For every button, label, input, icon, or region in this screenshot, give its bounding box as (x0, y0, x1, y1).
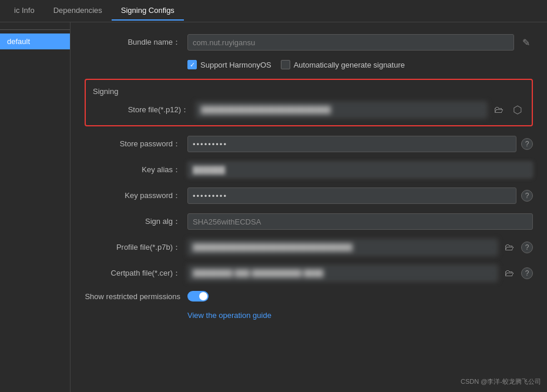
sign-alg-label: Sign alg： (85, 216, 187, 227)
store-password-input[interactable] (187, 136, 516, 152)
toggle-wrap (187, 291, 209, 301)
folder-icon-2: 🗁 (505, 242, 514, 253)
view-guide-row: View the operation guide (85, 311, 533, 320)
store-password-label: Store password： (85, 139, 187, 149)
bundle-name-label: Bundle name： (85, 37, 187, 48)
show-restricted-control (187, 291, 533, 301)
store-password-control: ? (187, 136, 533, 152)
show-restricted-toggle[interactable] (187, 291, 209, 301)
certpath-file-input[interactable] (187, 265, 498, 282)
fingerprint-button[interactable]: ⬡ (511, 103, 525, 117)
tab-signing-configs[interactable]: Signing Configs (112, 1, 184, 21)
fingerprint-icon: ⬡ (513, 103, 522, 116)
signing-section-label: Signing (93, 87, 525, 96)
profile-file-control: 🗁 ? (187, 239, 533, 256)
profile-file-row: Profile file(*.p7b)： 🗁 ? (85, 239, 533, 256)
view-guide-control: View the operation guide (187, 311, 533, 320)
checkboxes-row: ✓ Support HarmonyOS Automatically genera… (187, 60, 533, 69)
certpath-file-folder-button[interactable]: 🗁 (502, 266, 516, 280)
store-file-folder-button[interactable]: 🗁 (492, 103, 506, 117)
key-password-row: Key password： ? (85, 187, 533, 204)
profile-file-label: Profile file(*.p7b)： (85, 242, 187, 253)
support-harmonyos-check-box[interactable]: ✓ (187, 60, 197, 69)
certpath-file-help-button[interactable]: ? (521, 267, 533, 279)
sidebar-divider (0, 29, 70, 30)
content-area: Bundle name： ✎ ✓ Support HarmonyOS Autom… (71, 22, 547, 392)
key-alias-row: Key alias： (85, 162, 533, 178)
auto-signature-check-box[interactable] (281, 60, 290, 69)
tab-basic-info[interactable]: ic Info (5, 1, 44, 21)
key-password-help-button[interactable]: ? (521, 190, 533, 202)
auto-signature-checkbox[interactable]: Automatically generate signature (281, 60, 405, 69)
certpath-file-label: Certpath file(*.cer)： (85, 268, 187, 279)
profile-file-help-button[interactable]: ? (521, 242, 533, 253)
key-alias-label: Key alias： (85, 165, 187, 175)
key-password-control: ? (187, 187, 533, 204)
bundle-name-control: ✎ (187, 34, 533, 51)
folder-icon-3: 🗁 (505, 268, 514, 279)
show-restricted-row: Show restricted permissions (85, 291, 533, 301)
sign-alg-row: Sign alg： (85, 213, 533, 230)
tab-bar: ic Info Dependencies Signing Configs (0, 0, 547, 22)
key-password-input[interactable] (187, 187, 516, 204)
certpath-file-control: 🗁 ? (187, 265, 533, 282)
tab-dependencies[interactable]: Dependencies (44, 1, 112, 21)
show-restricted-label: Show restricted permissions (85, 292, 187, 301)
edit-icon: ✎ (522, 37, 530, 48)
certpath-file-row: Certpath file(*.cer)： 🗁 ? (85, 265, 533, 282)
bundle-name-edit-button[interactable]: ✎ (519, 35, 533, 49)
key-alias-input[interactable] (187, 162, 533, 178)
store-file-input[interactable] (196, 102, 487, 118)
store-file-row: Store file(*.p12)： 🗁 ⬡ (93, 102, 525, 118)
support-harmonyos-checkbox[interactable]: ✓ Support HarmonyOS (187, 60, 271, 69)
view-guide-link[interactable]: View the operation guide (187, 311, 271, 320)
folder-icon: 🗁 (494, 105, 504, 115)
key-password-label: Key password： (85, 190, 187, 201)
sidebar: default (0, 22, 71, 392)
store-password-row: Store password： ? (85, 136, 533, 152)
profile-file-input[interactable] (187, 239, 498, 256)
auto-signature-label: Automatically generate signature (294, 61, 405, 69)
toggle-knob (199, 292, 207, 300)
sign-alg-input[interactable] (187, 213, 533, 230)
profile-file-folder-button[interactable]: 🗁 (502, 240, 516, 254)
main-layout: default Bundle name： ✎ ✓ Support Harmony… (0, 22, 547, 392)
check-icon: ✓ (190, 61, 195, 69)
bundle-name-input[interactable] (187, 34, 514, 51)
signing-section: Signing Store file(*.p12)： 🗁 ⬡ (85, 79, 533, 126)
sign-alg-control (187, 213, 533, 230)
key-alias-control (187, 162, 533, 178)
store-file-control: 🗁 ⬡ (196, 102, 525, 118)
bundle-name-row: Bundle name： ✎ (85, 34, 533, 51)
watermark: CSDN @李洋-蛟龙腾飞公司 (461, 377, 541, 386)
store-file-label: Store file(*.p12)： (93, 105, 196, 115)
store-password-help-button[interactable]: ? (521, 138, 533, 150)
sidebar-item-default[interactable]: default (0, 33, 70, 49)
support-harmonyos-label: Support HarmonyOS (200, 61, 271, 69)
